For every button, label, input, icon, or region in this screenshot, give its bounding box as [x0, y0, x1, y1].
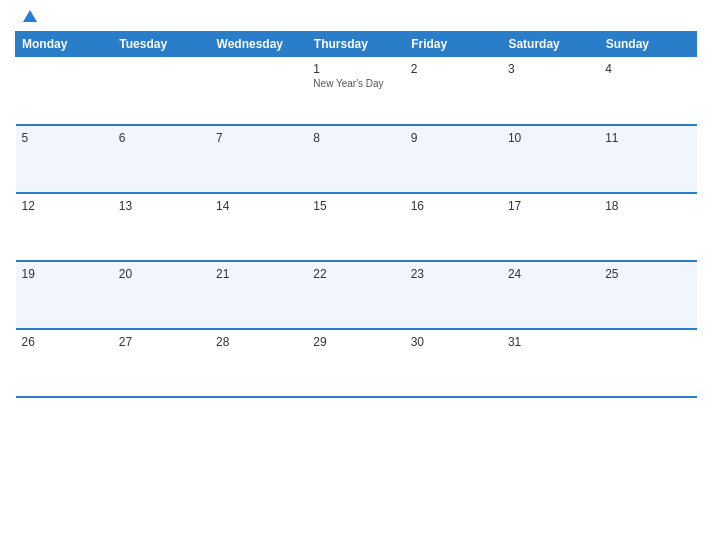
day-number: 8: [313, 131, 398, 145]
calendar-cell: 7: [210, 125, 307, 193]
calendar-header: [15, 10, 697, 23]
calendar-cell: [210, 57, 307, 125]
day-number: 27: [119, 335, 204, 349]
calendar-cell: 29: [307, 329, 404, 397]
calendar-cell: 10: [502, 125, 599, 193]
day-number: 19: [22, 267, 107, 281]
week-row-1: 1New Year's Day234: [16, 57, 697, 125]
day-number: 28: [216, 335, 301, 349]
calendar-cell: 12: [16, 193, 113, 261]
calendar-cell: 1New Year's Day: [307, 57, 404, 125]
day-number: 3: [508, 62, 593, 76]
calendar-cell: 25: [599, 261, 696, 329]
day-header-monday: Monday: [16, 32, 113, 57]
day-number: 2: [411, 62, 496, 76]
day-header-sunday: Sunday: [599, 32, 696, 57]
calendar-cell: 15: [307, 193, 404, 261]
calendar-cell: 9: [405, 125, 502, 193]
calendar-cell: 16: [405, 193, 502, 261]
calendar-cell: 19: [16, 261, 113, 329]
day-number: 5: [22, 131, 107, 145]
logo: [20, 10, 37, 23]
day-number: 31: [508, 335, 593, 349]
calendar-cell: 14: [210, 193, 307, 261]
day-number: 25: [605, 267, 690, 281]
day-number: 14: [216, 199, 301, 213]
day-number: 4: [605, 62, 690, 76]
week-row-4: 19202122232425: [16, 261, 697, 329]
calendar-cell: 26: [16, 329, 113, 397]
calendar-container: MondayTuesdayWednesdayThursdayFridaySatu…: [0, 0, 712, 550]
calendar-cell: 31: [502, 329, 599, 397]
day-header-saturday: Saturday: [502, 32, 599, 57]
calendar-cell: [599, 329, 696, 397]
day-number: 16: [411, 199, 496, 213]
day-number: 1: [313, 62, 398, 76]
calendar-cell: 17: [502, 193, 599, 261]
calendar-cell: [16, 57, 113, 125]
calendar-cell: 20: [113, 261, 210, 329]
day-number: 7: [216, 131, 301, 145]
calendar-cell: 21: [210, 261, 307, 329]
day-number: 24: [508, 267, 593, 281]
calendar-cell: 30: [405, 329, 502, 397]
calendar-cell: 8: [307, 125, 404, 193]
day-number: 10: [508, 131, 593, 145]
day-number: 23: [411, 267, 496, 281]
calendar-cell: 23: [405, 261, 502, 329]
logo-triangle-icon: [23, 10, 37, 22]
day-header-tuesday: Tuesday: [113, 32, 210, 57]
calendar-cell: 18: [599, 193, 696, 261]
week-row-3: 12131415161718: [16, 193, 697, 261]
day-number: 11: [605, 131, 690, 145]
day-number: 18: [605, 199, 690, 213]
calendar-cell: [113, 57, 210, 125]
calendar-cell: 2: [405, 57, 502, 125]
day-number: 20: [119, 267, 204, 281]
calendar-cell: 5: [16, 125, 113, 193]
day-header-friday: Friday: [405, 32, 502, 57]
calendar-cell: 3: [502, 57, 599, 125]
calendar-cell: 27: [113, 329, 210, 397]
day-number: 6: [119, 131, 204, 145]
calendar-cell: 4: [599, 57, 696, 125]
days-header-row: MondayTuesdayWednesdayThursdayFridaySatu…: [16, 32, 697, 57]
day-number: 26: [22, 335, 107, 349]
day-number: 29: [313, 335, 398, 349]
calendar-cell: 13: [113, 193, 210, 261]
day-number: 21: [216, 267, 301, 281]
calendar-cell: 22: [307, 261, 404, 329]
day-number: 15: [313, 199, 398, 213]
day-number: 22: [313, 267, 398, 281]
calendar-table: MondayTuesdayWednesdayThursdayFridaySatu…: [15, 31, 697, 398]
calendar-cell: 28: [210, 329, 307, 397]
calendar-cell: 6: [113, 125, 210, 193]
calendar-cell: 11: [599, 125, 696, 193]
holiday-label: New Year's Day: [313, 78, 398, 89]
day-number: 13: [119, 199, 204, 213]
day-number: 9: [411, 131, 496, 145]
day-number: 12: [22, 199, 107, 213]
day-number: 30: [411, 335, 496, 349]
day-header-thursday: Thursday: [307, 32, 404, 57]
day-number: 17: [508, 199, 593, 213]
week-row-2: 567891011: [16, 125, 697, 193]
day-header-wednesday: Wednesday: [210, 32, 307, 57]
calendar-cell: 24: [502, 261, 599, 329]
week-row-5: 262728293031: [16, 329, 697, 397]
